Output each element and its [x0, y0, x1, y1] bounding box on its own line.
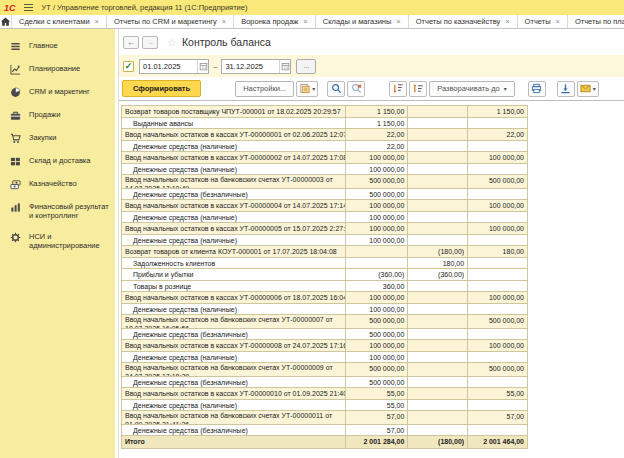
- home-tab[interactable]: [0, 15, 12, 28]
- row-amount-2: [408, 152, 468, 164]
- row-label: Денежные средства (наличные): [122, 235, 346, 247]
- tab[interactable]: Склады и магазины ×: [316, 15, 409, 28]
- table-row[interactable]: Денежные средства (наличные) 100 000,00: [122, 164, 528, 176]
- table-row[interactable]: Ввод начальных остатков на банковских сч…: [122, 175, 528, 189]
- row-label: Выданные авансы: [122, 118, 346, 130]
- table-row[interactable]: Ввод начальных остатков на банковских сч…: [122, 363, 528, 377]
- table-row[interactable]: Ввод начальных остатков в кассах УТ-0000…: [122, 292, 528, 304]
- row-amount-3: [468, 425, 528, 437]
- sidebar-item[interactable]: НСИ и администрирование: [0, 226, 115, 256]
- print-button[interactable]: [528, 81, 546, 97]
- tab-close-icon[interactable]: ×: [505, 17, 509, 26]
- table-row[interactable]: Товары в рознице 360,00: [122, 281, 528, 293]
- table-row[interactable]: Ввод начальных остатков в кассах УТ-0000…: [122, 152, 528, 164]
- sidebar-item[interactable]: Главное: [0, 35, 115, 58]
- tab-label: Отчеты по казначейству: [416, 17, 500, 26]
- table-row[interactable]: Денежные средства (безналичные) 57,00: [122, 425, 528, 437]
- expand-levels-button[interactable]: [409, 81, 427, 97]
- sidebar-item[interactable]: Финансовый результат и контроллинг: [0, 196, 115, 226]
- sidebar-item[interactable]: Планирование: [0, 58, 115, 81]
- collapse-levels-button[interactable]: [389, 81, 407, 97]
- main-content: ← → ☆ Контроль баланса ✓ 01.01.2025 –: [118, 29, 624, 458]
- table-row[interactable]: Задолженность клиентов 180,00: [122, 258, 528, 270]
- tab[interactable]: Отчеты по планированию ×: [568, 15, 624, 28]
- tab[interactable]: Отчеты ×: [518, 15, 568, 28]
- tab-close-icon[interactable]: ×: [95, 17, 99, 26]
- table-row[interactable]: Ввод начальных остатков в кассах УТ-0000…: [122, 340, 528, 352]
- table-row[interactable]: Денежные средства (наличные) 100 000,00: [122, 212, 528, 224]
- table-row[interactable]: Возврат товаров от клиента КОУТ-000001 о…: [122, 246, 528, 258]
- row-amount-3: [468, 304, 528, 316]
- sidebar-item[interactable]: CRM и маркетинг: [0, 81, 115, 104]
- row-amount-1: 500 000,00: [346, 315, 408, 329]
- favorite-star-icon[interactable]: ☆: [167, 37, 176, 48]
- sidebar-item[interactable]: Казначейство: [0, 173, 115, 196]
- main-menu-icon[interactable]: [24, 4, 33, 11]
- row-amount-1: 100 000,00: [346, 340, 408, 352]
- row-amount-3: [468, 212, 528, 224]
- table-row[interactable]: Ввод начальных остатков в кассах УТ-0000…: [122, 129, 528, 141]
- search-button[interactable]: [327, 81, 345, 97]
- table-row[interactable]: Денежные средства (наличные) 100 000,00: [122, 235, 528, 247]
- search-clear-icon: [351, 83, 362, 94]
- calendar-picker-button[interactable]: [279, 60, 290, 73]
- search-clear-button[interactable]: [347, 81, 365, 97]
- table-row[interactable]: Денежные средства (наличные) 100 000,00: [122, 304, 528, 316]
- row-label: Ввод начальных остатков в кассах УТ-0000…: [122, 292, 346, 304]
- table-row[interactable]: Итого 2 001 284,00 (180,00) 2 001 464,00: [122, 436, 528, 449]
- row-amount-3: 500 000,00: [468, 175, 528, 189]
- row-amount-3: 500 000,00: [468, 315, 528, 329]
- tab-close-icon[interactable]: ×: [556, 17, 560, 26]
- tab-close-icon[interactable]: ×: [222, 17, 226, 26]
- period-checkbox[interactable]: ✓: [123, 61, 134, 72]
- forward-button[interactable]: →: [142, 36, 158, 49]
- row-amount-1: 100 000,00: [346, 292, 408, 304]
- tab-close-icon[interactable]: ×: [303, 17, 307, 26]
- table-row[interactable]: Денежные средства (безналичные) 500 000,…: [122, 329, 528, 341]
- table-row[interactable]: Ввод начальных остатков в кассах УТ-0000…: [122, 388, 528, 400]
- sidebar-item[interactable]: Продажи: [0, 104, 115, 127]
- send-email-button[interactable]: ▾: [577, 81, 599, 97]
- table-row[interactable]: Денежные средства (безналичные) 500 000,…: [122, 377, 528, 389]
- row-amount-1: 55,00: [346, 388, 408, 400]
- generate-button[interactable]: Сформировать: [122, 80, 201, 97]
- table-row[interactable]: Прибыли и убытки (360,00) (360,00): [122, 269, 528, 281]
- table-row[interactable]: Ввод начальных остатков на банковских сч…: [122, 411, 528, 425]
- sidebar-item[interactable]: Закупки: [0, 127, 115, 150]
- row-amount-2: (360,00): [408, 269, 468, 281]
- period-more-button[interactable]: ...: [296, 59, 316, 74]
- tab-close-icon[interactable]: ×: [396, 17, 400, 26]
- report-variants-button[interactable]: ▾: [296, 81, 318, 97]
- row-amount-2: [408, 129, 468, 141]
- row-label: Ввод начальных остатков в кассах УТ-0000…: [122, 223, 346, 235]
- tab[interactable]: Отчеты по казначейству ×: [409, 15, 518, 28]
- table-row[interactable]: Ввод начальных остатков на банковских сч…: [122, 315, 528, 329]
- sidebar-item[interactable]: Склад и доставка: [0, 150, 115, 173]
- save-button[interactable]: [557, 81, 575, 97]
- calendar-picker-button[interactable]: [197, 60, 208, 73]
- table-row[interactable]: Ввод начальных остатков в кассах УТ-0000…: [122, 200, 528, 212]
- table-row[interactable]: Денежные средства (наличные) 100 000,00: [122, 352, 528, 364]
- row-amount-2: [408, 281, 468, 293]
- tab[interactable]: Сделки с клиентами ×: [12, 15, 107, 28]
- tab-label: Отчеты по планированию: [575, 17, 624, 26]
- row-label: Ввод начальных остатков в кассах УТ-0000…: [122, 129, 346, 141]
- date-to-value: 31.12.2025: [222, 62, 279, 71]
- expand-to-button[interactable]: Разворачивать до ▾: [429, 81, 515, 97]
- date-to-field[interactable]: 31.12.2025: [221, 59, 291, 74]
- tab[interactable]: Воронка продаж ×: [234, 15, 316, 28]
- table-row[interactable]: Денежные средства (наличные) 22,00: [122, 141, 528, 153]
- date-from-field[interactable]: 01.01.2025: [139, 59, 209, 74]
- row-label: Ввод начальных остатков на банковских сч…: [122, 363, 346, 377]
- tab[interactable]: Отчеты по CRM и маркетингу ×: [107, 15, 234, 28]
- table-row[interactable]: Возврат товаров поставщику ЧПУТ-000001 о…: [122, 106, 528, 118]
- table-row[interactable]: Ввод начальных остатков в кассах УТ-0000…: [122, 223, 528, 235]
- back-button[interactable]: ←: [123, 36, 139, 49]
- table-row[interactable]: Денежные средства (безналичные) 500 000,…: [122, 189, 528, 201]
- settings-button[interactable]: Настройки...: [235, 81, 294, 97]
- table-row[interactable]: Выданные авансы 1 150,00: [122, 118, 528, 130]
- row-label: Ввод начальных остатков в кассах УТ-0000…: [122, 388, 346, 400]
- collapse-levels-icon: [393, 83, 404, 94]
- table-row[interactable]: Денежные средства (наличные) 55,00: [122, 400, 528, 412]
- row-label: Прибыли и убытки: [122, 269, 346, 281]
